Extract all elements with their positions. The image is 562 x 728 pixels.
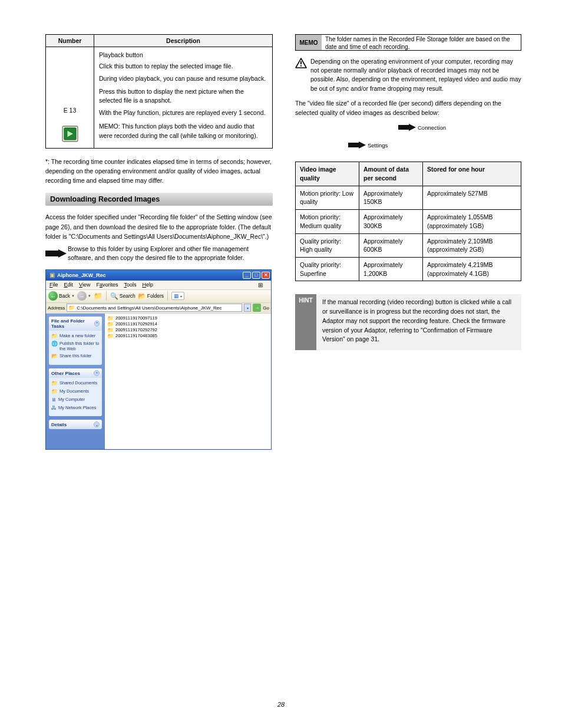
folders-label: Folders — [147, 293, 164, 299]
hint-label: HINT — [295, 294, 316, 350]
computer-icon: 🖥 — [51, 397, 57, 403]
svg-rect-6 — [300, 65, 302, 67]
forward-arrow-icon: → — [77, 291, 87, 301]
hint-callout: HINT If the manual recording (video reco… — [295, 294, 521, 350]
dropdown-icon[interactable]: ▼ — [88, 294, 91, 298]
search-label: Search — [120, 293, 135, 299]
go-button[interactable]: → — [253, 304, 261, 312]
address-input[interactable]: 📁 C:\Documents and Settings\All Users\Do… — [67, 304, 242, 312]
close-button[interactable]: ✕ — [262, 272, 270, 279]
menu-view[interactable]: View — [79, 282, 90, 288]
heading-downloading-images: Downloading Recorded Images — [45, 193, 273, 206]
table-row: Motion priority: Medium quality Approxim… — [296, 210, 521, 233]
place-my-docs[interactable]: 📁My Documents — [51, 388, 100, 395]
step-settings: Settings — [368, 142, 388, 149]
places-panel: Other Places ⌃ 📁Shared Documents 📁My Doc… — [49, 368, 102, 416]
table-row: Motion priority: Low quality Approximate… — [296, 186, 521, 209]
place-shared-docs[interactable]: 📁Shared Documents — [51, 380, 100, 387]
playback-button-table: Number Description E 13 Playba — [45, 34, 273, 149]
footnote-recording-counter: *: The recording time counter indicates … — [45, 157, 273, 185]
menu-file[interactable]: File — [49, 282, 58, 288]
task-new-folder[interactable]: 📁Make a new folder — [51, 333, 100, 340]
desc-title: Playback button — [99, 51, 267, 60]
tasks-panel: File and Folder Tasks ⌃ 📁Make a new fold… — [49, 317, 102, 365]
place-my-computer[interactable]: 🖥My Computer — [51, 397, 100, 403]
folder-icon: 📁 — [107, 333, 114, 339]
expand-icon[interactable]: ⌄ — [94, 421, 100, 427]
svg-rect-5 — [300, 61, 302, 64]
warning-icon — [295, 58, 307, 68]
table-row: Quality priority: Superfine Approximatel… — [296, 257, 521, 281]
memo-text: The folder names in the Recorded File St… — [322, 35, 521, 50]
arrow-icon — [398, 124, 416, 131]
minimize-button[interactable]: _ — [243, 272, 251, 279]
up-folder-icon[interactable]: 📁 — [94, 292, 103, 300]
dropdown-icon[interactable]: ▼ — [71, 294, 75, 298]
task-share[interactable]: 📂Share this folder — [51, 353, 100, 360]
search-button[interactable]: 🔍 Search — [110, 292, 135, 300]
desc-line2: During video playback, you can pause and… — [99, 74, 267, 83]
list-item[interactable]: 📁20091119170292914 — [107, 321, 269, 327]
menu-help[interactable]: Help — [142, 282, 153, 288]
collapse-icon[interactable]: ⌃ — [94, 370, 100, 376]
explorer-menubar: File Edit View Favorites Tools Help ⊞ — [46, 281, 271, 290]
toolbar-separator — [167, 291, 168, 301]
explorer-toolbar: ← Back ▼ → ▼ 📁 🔍 Search 📂 Folders — [46, 290, 271, 303]
menu-favorites[interactable]: Favorites — [96, 282, 118, 288]
arrow-icon — [45, 249, 67, 258]
th-quality: Video image quality — [296, 162, 359, 186]
explorer-address-bar: Address 📁 C:\Documents and Settings\All … — [46, 303, 271, 314]
tasks-panel-title: File and Folder Tasks — [51, 318, 94, 329]
menu-edit[interactable]: Edit — [64, 282, 74, 288]
video-quality-table: Video image quality Amount of data per s… — [295, 162, 521, 281]
folder-icon: 📁 — [107, 315, 114, 321]
page-number: 28 — [0, 701, 562, 708]
explorer-window: ▣ Aiphone_JKW_Rec _ □ ✕ File Edit View F… — [45, 269, 272, 450]
th-per-hour: Stored for one hour — [423, 162, 521, 186]
collapse-icon[interactable]: ⌃ — [94, 321, 100, 327]
place-network[interactable]: 🖧My Network Places — [51, 405, 100, 411]
svg-marker-8 — [348, 141, 366, 149]
cell-description: Playback button Click this button to rep… — [94, 47, 273, 149]
task-publish[interactable]: 🌐Publish this folder to the Web — [51, 341, 100, 351]
places-panel-title: Other Places — [51, 371, 80, 376]
maximize-button[interactable]: □ — [252, 272, 260, 279]
network-icon: 🖧 — [51, 405, 57, 411]
th-per-second: Amount of data per second — [359, 162, 423, 186]
views-icon: ▦ — [174, 293, 179, 299]
back-label: Back — [59, 293, 70, 299]
step-connection: Connection — [418, 124, 446, 131]
window-title: Aiphone_JKW_Rec — [57, 272, 242, 278]
desc-memo: MEMO: This function plays both the video… — [99, 122, 267, 140]
list-item[interactable]: 📁20091119170292792 — [107, 327, 269, 333]
number-label: E 13 — [64, 107, 77, 114]
address-path: C:\Documents and Settings\All Users\Docu… — [77, 305, 222, 311]
video-size-intro: The "video file size" of a recorded file… — [295, 99, 521, 118]
explorer-sidebar: File and Folder Tasks ⌃ 📁Make a new fold… — [46, 314, 105, 449]
views-button[interactable]: ▦ ▾ — [171, 292, 184, 300]
desc-line3: Press this button to display the next pi… — [99, 87, 267, 105]
svg-marker-7 — [398, 124, 416, 131]
memo-label: MEMO — [296, 35, 322, 50]
folders-button[interactable]: 📂 Folders — [138, 292, 164, 300]
list-item[interactable]: 📁20091119170097119 — [107, 315, 269, 321]
details-panel: Details ⌄ — [49, 420, 102, 429]
share-icon: 📂 — [51, 353, 58, 360]
list-item[interactable]: 📁20091119170483085 — [107, 333, 269, 339]
address-dropdown[interactable]: ▾ — [244, 304, 251, 312]
publish-icon: 🌐 — [51, 341, 58, 347]
warning-text: Depending on the operating environment o… — [310, 57, 521, 93]
menu-tools[interactable]: Tools — [124, 282, 136, 288]
windows-logo-icon: ⊞ — [258, 282, 263, 288]
search-icon: 🔍 — [110, 292, 118, 300]
forward-button[interactable]: → ▼ — [77, 291, 91, 301]
cell-number: E 13 — [46, 47, 94, 149]
play-icon — [62, 126, 78, 142]
back-arrow-icon: ← — [48, 291, 58, 301]
folder-icon: 📁 — [68, 305, 75, 311]
folder-icon: 📁 — [107, 321, 114, 327]
explorer-titlebar[interactable]: ▣ Aiphone_JKW_Rec _ □ ✕ — [46, 270, 271, 281]
folder-icon: 📁 — [51, 380, 58, 387]
toolbar-separator — [106, 291, 107, 301]
back-button[interactable]: ← Back ▼ — [48, 291, 75, 301]
